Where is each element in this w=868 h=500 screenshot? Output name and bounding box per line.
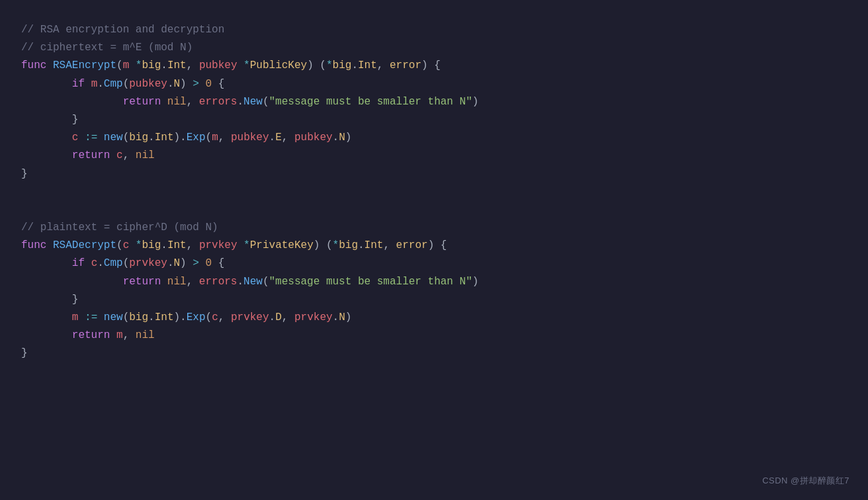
line-func2-return2: return m, nil xyxy=(21,327,836,345)
line-func2-close: } xyxy=(21,345,836,362)
code-block: // RSA encryption and decryption // ciph… xyxy=(0,0,868,500)
line-blank1 xyxy=(21,183,836,201)
line-func2-if: if c.Cmp(prvkey.N) > 0 { xyxy=(21,255,836,272)
line-func2-return1: return nil, errors.New("message must be … xyxy=(21,273,836,291)
line-func2-assign: m := new(big.Int).Exp(c, prvkey.D, prvke… xyxy=(21,309,836,327)
line-comment1: // RSA encryption and decryption xyxy=(21,21,836,39)
line-func2-close-if: } xyxy=(21,291,836,309)
line-blank2 xyxy=(21,201,836,219)
line-comment2: // ciphertext = m^E (mod N) xyxy=(21,39,836,57)
line-func1-return2: return c, nil xyxy=(21,147,836,165)
line-func1-return1: return nil, errors.New("message must be … xyxy=(21,93,836,111)
line-comment3: // plaintext = cipher^D (mod N) xyxy=(21,219,836,237)
line-func2-sig: func RSADecrypt(c *big.Int, prvkey *Priv… xyxy=(21,237,836,255)
line-func1-close: } xyxy=(21,165,836,183)
line-func1-assign: c := new(big.Int).Exp(m, pubkey.E, pubke… xyxy=(21,129,836,147)
line-func1-if: if m.Cmp(pubkey.N) > 0 { xyxy=(21,75,836,93)
watermark: CSDN @拼却醉颜红7 xyxy=(762,474,849,488)
line-func1-close-if: } xyxy=(21,111,836,129)
line-func1-sig: func RSAEncrypt(m *big.Int, pubkey *Publ… xyxy=(21,57,836,75)
